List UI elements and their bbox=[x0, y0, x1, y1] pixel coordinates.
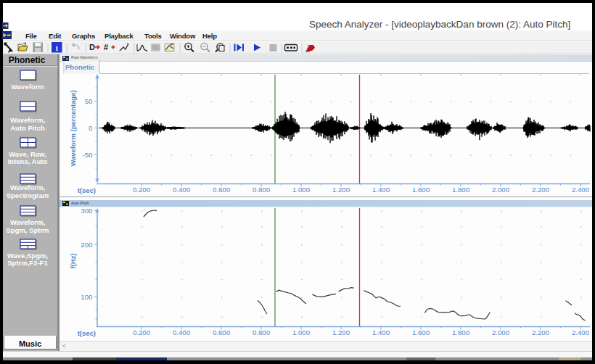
svg-text:0: 0 bbox=[89, 124, 93, 132]
svg-text:D: D bbox=[89, 43, 95, 51]
svg-text:0.800: 0.800 bbox=[253, 186, 271, 194]
svg-text:0.800: 0.800 bbox=[253, 328, 271, 336]
svg-text:0.400: 0.400 bbox=[173, 328, 191, 336]
svg-text:0.200: 0.200 bbox=[133, 328, 151, 336]
svg-text:2.400: 2.400 bbox=[572, 186, 590, 194]
svg-text:1.000: 1.000 bbox=[292, 186, 311, 194]
svg-text:Phonetic: Phonetic bbox=[65, 63, 94, 71]
svg-text:#: # bbox=[104, 43, 108, 51]
svg-text:1.600: 1.600 bbox=[412, 328, 430, 336]
svg-text:1.400: 1.400 bbox=[372, 328, 390, 336]
svg-text:0.600: 0.600 bbox=[213, 186, 231, 194]
svg-text:0.400: 0.400 bbox=[173, 186, 191, 194]
svg-text:Waveform (percentage): Waveform (percentage) bbox=[69, 90, 77, 166]
svg-text:1.800: 1.800 bbox=[452, 186, 470, 194]
svg-text:0.200: 0.200 bbox=[133, 186, 151, 194]
svg-text:1.600: 1.600 bbox=[412, 186, 430, 194]
svg-text:200: 200 bbox=[81, 241, 93, 249]
svg-text:50: 50 bbox=[85, 97, 93, 105]
svg-text:f(Hz): f(Hz) bbox=[69, 253, 77, 268]
svg-text:2.200: 2.200 bbox=[532, 186, 550, 194]
svg-text:2.000: 2.000 bbox=[492, 186, 510, 194]
svg-text:1.200: 1.200 bbox=[332, 186, 350, 194]
svg-text:1.800: 1.800 bbox=[452, 328, 470, 336]
svg-text:1.200: 1.200 bbox=[332, 328, 350, 336]
svg-text:300: 300 bbox=[81, 207, 93, 215]
svg-text:t(sec): t(sec) bbox=[78, 329, 96, 337]
svg-text:1.400: 1.400 bbox=[372, 186, 390, 194]
svg-text:1.000: 1.000 bbox=[292, 328, 311, 336]
svg-text:2.000: 2.000 bbox=[492, 328, 510, 336]
svg-text:0.600: 0.600 bbox=[213, 328, 231, 336]
svg-text:2.200: 2.200 bbox=[532, 328, 550, 336]
svg-text:100: 100 bbox=[81, 293, 93, 301]
svg-text:2.400: 2.400 bbox=[572, 328, 590, 336]
svg-text:t(sec): t(sec) bbox=[78, 186, 96, 194]
svg-text:-50: -50 bbox=[82, 151, 93, 159]
